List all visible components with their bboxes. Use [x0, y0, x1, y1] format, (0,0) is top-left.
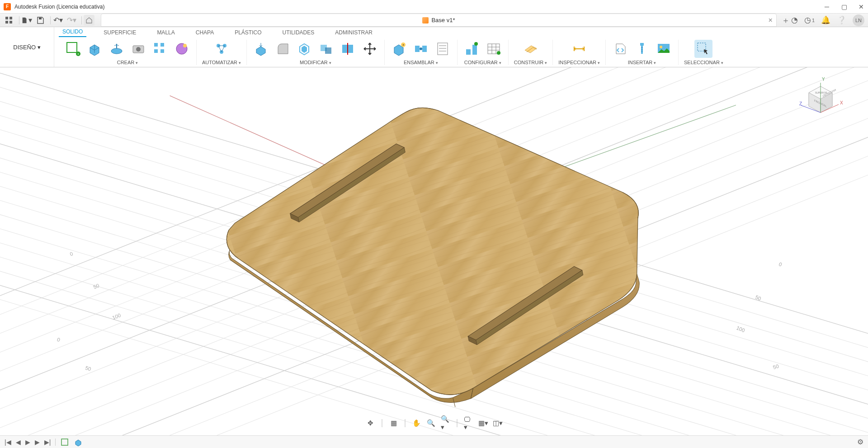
timeline-feature-sketch[interactable] [60, 438, 69, 447]
tab-surface[interactable]: SUPERFICIE [100, 28, 140, 37]
group-create: + CREAR [59, 40, 197, 65]
notifications-button[interactable]: 🔔 [821, 15, 830, 25]
insert-derive-button[interactable] [611, 40, 629, 58]
sketch-button[interactable]: + [64, 40, 82, 58]
window-controls: ─ ▢ ✕ [824, 4, 864, 10]
group-assemble: + ENSAMBLAR [385, 40, 458, 65]
job-status-button[interactable]: ◷1 [804, 15, 815, 25]
svg-rect-46 [641, 46, 643, 54]
svg-text:50: 50 [755, 294, 762, 302]
tab-utilities[interactable]: UTILIDADES [279, 28, 318, 37]
close-window-button[interactable]: ✕ [858, 4, 864, 10]
config-table-button[interactable] [485, 40, 503, 58]
tab-plastic[interactable]: PLÁSTICO [231, 28, 265, 37]
timeline-settings-button[interactable]: ⚙ [857, 438, 863, 446]
tab-manage[interactable]: ADMINISTRAR [331, 28, 376, 37]
insert-image-button[interactable] [655, 40, 673, 58]
new-tab-button[interactable]: ＋ [780, 15, 791, 26]
timeline-prev-button[interactable]: ◀ [16, 439, 21, 446]
group-construct-label[interactable]: CONSTRUIR [514, 60, 547, 65]
joint-button[interactable] [412, 40, 430, 58]
window-titlebar: F Autodesk Fusion (Licencia educativa) ─… [0, 0, 868, 14]
move-button[interactable] [361, 40, 379, 58]
svg-text:0: 0 [69, 251, 74, 257]
model-body[interactable] [226, 108, 639, 407]
maximize-button[interactable]: ▢ [841, 4, 847, 10]
viewcube[interactable]: FRONTAL DERECHA SUPERIOR X Y Z [796, 76, 845, 126]
group-create-label[interactable]: CREAR [117, 60, 138, 65]
zoom-window-button[interactable]: 🔍▾ [441, 418, 451, 428]
timeline-play-button[interactable]: ▶ [25, 439, 30, 446]
svg-rect-45 [640, 43, 644, 46]
configure-button[interactable] [463, 40, 481, 58]
revolve-button[interactable] [108, 40, 126, 58]
timeline-start-button[interactable]: |◀ [5, 439, 11, 446]
new-component-button[interactable]: + [390, 40, 408, 58]
viewport-canvas[interactable]: 0 50 100 50 0 0 50 100 50 [0, 67, 868, 435]
group-inspect-label[interactable]: INSPECCIONAR [558, 60, 600, 65]
svg-point-28 [420, 47, 422, 50]
display-settings-button[interactable]: 🖵▾ [464, 418, 474, 428]
group-modify-label[interactable]: MODIFICAR [300, 60, 331, 65]
split-button[interactable] [339, 40, 357, 58]
tab-sheetmetal[interactable]: CHAPA [192, 28, 217, 37]
svg-text:Y: Y [822, 77, 825, 82]
construct-plane-button[interactable] [522, 40, 540, 58]
document-tab[interactable]: Base v1* × [101, 14, 777, 27]
insert-fastener-button[interactable] [633, 40, 651, 58]
viewport-layout-button[interactable]: ◫▾ [493, 418, 503, 428]
separator [81, 16, 82, 24]
orbit-button[interactable]: ✥ [366, 418, 376, 428]
svg-text:SUPERIOR: SUPERIOR [815, 91, 827, 94]
hole-button[interactable] [129, 40, 147, 58]
tab-solid[interactable]: SOLIDO [59, 27, 86, 37]
timeline: |◀ ◀ ▶ ▶ ▶| ⚙ [0, 435, 868, 448]
minimize-button[interactable]: ─ [824, 4, 830, 10]
svg-text:X: X [840, 100, 843, 105]
timeline-end-button[interactable]: ▶| [44, 439, 51, 446]
lookat-button[interactable]: ▦ [389, 418, 399, 428]
svg-rect-4 [39, 18, 42, 19]
help-button[interactable]: ❔ [837, 15, 846, 25]
separator [19, 16, 19, 24]
measure-button[interactable] [570, 40, 588, 58]
combine-button[interactable] [317, 40, 335, 58]
save-button[interactable] [35, 15, 46, 26]
group-automate-label[interactable]: AUTOMATIZAR [202, 60, 241, 65]
pattern-button[interactable] [151, 40, 169, 58]
group-select-label[interactable]: SELECCIONAR [684, 60, 723, 65]
home-button[interactable] [84, 15, 94, 26]
document-icon [422, 17, 429, 24]
redo-button[interactable]: ↷▾ [66, 15, 77, 26]
ribbon-tabs: SOLIDO SUPERFICIE MALLA CHAPA PLÁSTICO U… [54, 27, 868, 37]
fillet-button[interactable] [274, 40, 292, 58]
svg-rect-1 [9, 17, 12, 19]
undo-button[interactable]: ↶▾ [52, 15, 63, 26]
group-insert-label[interactable]: INSERTAR [628, 60, 656, 65]
shell-button[interactable] [296, 40, 314, 58]
quick-access-toolbar: ▾ ↶▾ ↷▾ Base v1* × ＋ ◔ ◷1 🔔 ❔ LN [0, 14, 868, 27]
group-configure-label[interactable]: CONFIGURAR [464, 60, 501, 65]
presspull-button[interactable] [252, 40, 270, 58]
app-icon: F [4, 3, 11, 10]
extrude-button[interactable] [86, 40, 104, 58]
file-menu-button[interactable]: ▾ [21, 15, 32, 26]
zoom-button[interactable]: 🔍 [426, 418, 436, 428]
svg-text:+: + [77, 52, 80, 56]
group-assemble-label[interactable]: ENSAMBLAR [404, 60, 438, 65]
grid-settings-button[interactable]: ▦▾ [478, 418, 488, 428]
pan-button[interactable]: ✋ [412, 418, 422, 428]
extensions-button[interactable]: ◔ [791, 15, 798, 25]
svg-rect-33 [466, 49, 471, 55]
automate-button[interactable] [212, 40, 231, 58]
form-button[interactable] [173, 40, 191, 58]
data-panel-button[interactable] [4, 15, 14, 26]
tab-mesh[interactable]: MALLA [153, 28, 178, 37]
timeline-next-button[interactable]: ▶ [35, 439, 40, 446]
workspace-picker[interactable]: DISEÑO ▾ [0, 27, 54, 67]
user-avatar[interactable]: LN [853, 14, 864, 26]
timeline-feature-extrude[interactable] [74, 438, 83, 447]
bom-button[interactable] [434, 40, 452, 58]
select-button[interactable] [694, 40, 712, 58]
close-tab-button[interactable]: × [769, 16, 773, 24]
